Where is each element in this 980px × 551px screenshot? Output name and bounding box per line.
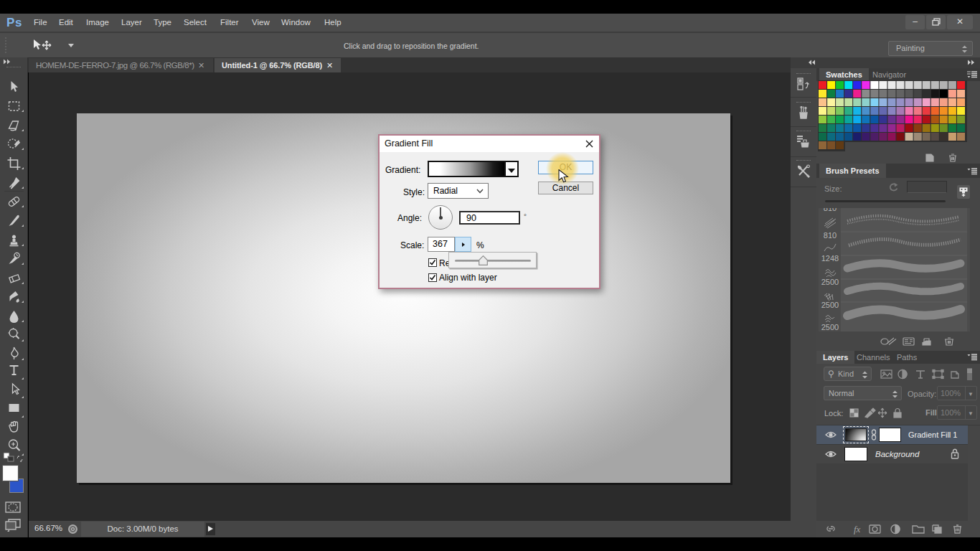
svg-text:2500: 2500: [821, 278, 839, 286]
svg-text:2500: 2500: [821, 301, 839, 309]
svg-text:810: 810: [824, 208, 837, 212]
svg-text:1248: 1248: [821, 254, 839, 263]
svg-text:810: 810: [824, 231, 837, 240]
svg-text:2500: 2500: [821, 323, 839, 331]
svg-text:fx: fx: [854, 524, 861, 534]
